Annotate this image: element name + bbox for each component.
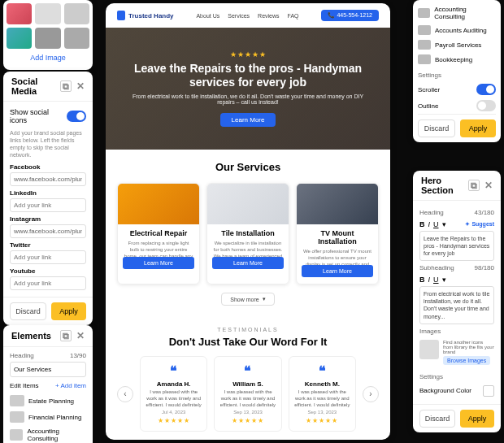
nav-link[interactable]: Services <box>228 13 250 19</box>
heading-label: Heading <box>10 352 34 359</box>
next-arrow-button[interactable]: › <box>363 386 379 402</box>
bold-icon[interactable]: B <box>419 276 425 284</box>
phone-cta-button[interactable]: 📞 445-554-1212 <box>321 10 379 21</box>
image-thumb[interactable] <box>7 3 32 24</box>
list-item[interactable]: Accounting Consulting <box>418 3 496 23</box>
prev-arrow-button[interactable]: ‹ <box>117 386 133 402</box>
copy-icon[interactable]: ⧉ <box>60 330 72 341</box>
testimonial-text: I was pleased with the work as it was ti… <box>219 389 276 407</box>
elements-title: Elements <box>11 331 51 341</box>
discard-button[interactable]: Discard <box>418 119 455 137</box>
image-hint: Find another icons from library the fits… <box>443 340 494 354</box>
settings-label: Settings <box>418 72 496 79</box>
scroller-toggle[interactable] <box>476 84 496 95</box>
testimonial-name: Amanda H. <box>145 380 202 388</box>
twitter-input[interactable] <box>10 250 86 264</box>
list-item-label: Accounting Consulting <box>434 6 496 20</box>
service-card: Electrical RepairFrom replacing a single… <box>117 183 200 284</box>
service-card: TV Mount InstallationWe offer profession… <box>296 183 379 284</box>
learn-more-button[interactable]: Learn More <box>123 257 194 269</box>
bold-icon[interactable]: B <box>419 220 425 228</box>
linkedin-input[interactable] <box>10 198 86 212</box>
chevron-down-icon[interactable]: ▾ <box>442 220 446 228</box>
learn-more-button[interactable]: Learn More <box>302 265 373 277</box>
image-thumb[interactable] <box>419 340 439 359</box>
image-thumb[interactable] <box>35 28 60 49</box>
list-item[interactable]: Payroll Services <box>418 37 496 52</box>
close-icon[interactable]: ✕ <box>76 330 85 341</box>
testimonial-stars: ★★★★★ <box>219 417 276 424</box>
service-image <box>297 184 378 224</box>
list-item[interactable]: Accounts Auditing <box>418 23 496 37</box>
element-item[interactable]: Financial Planning <box>10 409 86 425</box>
images-label: Images <box>419 328 441 335</box>
bg-color-swatch[interactable] <box>483 385 494 397</box>
facebook-input[interactable] <box>10 172 86 186</box>
add-image-button[interactable]: Add Image <box>7 49 89 67</box>
discard-button[interactable]: Discard <box>419 410 455 428</box>
show-more-button[interactable]: Show more▾ <box>221 293 274 306</box>
settings-label: Settings <box>419 373 494 380</box>
show-icons-label: Show social icons <box>10 108 67 124</box>
service-desc: From replacing a single light bulb to re… <box>118 237 199 257</box>
list-item-label: Bookkeeping <box>435 56 472 63</box>
browse-images-button[interactable]: Browse Images <box>443 356 490 365</box>
image-thumb[interactable] <box>35 3 60 24</box>
nav-link[interactable]: About Us <box>196 13 219 19</box>
outline-toggle[interactable] <box>476 100 496 111</box>
list-item[interactable]: Bookkeeping <box>418 52 496 67</box>
testimonial-stars: ★★★★★ <box>145 417 202 424</box>
service-title: TV Mount Installation <box>297 229 378 245</box>
service-card: Tile InstallationWe specialize in tile i… <box>206 183 289 284</box>
heading-input[interactable] <box>10 362 86 377</box>
learn-more-button[interactable]: Learn More <box>212 257 284 269</box>
copy-icon[interactable]: ⧉ <box>60 80 72 92</box>
apply-button[interactable]: Apply <box>51 302 86 320</box>
image-thumb[interactable] <box>64 28 89 49</box>
youtube-label: Youtube <box>10 267 86 275</box>
italic-icon[interactable]: I <box>428 220 431 228</box>
image-thumb[interactable] <box>64 3 89 24</box>
discard-button[interactable]: Discard <box>10 302 46 320</box>
underline-icon[interactable]: U <box>433 276 439 284</box>
testimonial-date: Sep 13, 2023 <box>219 410 276 415</box>
hero-stars: ★★★★★ <box>230 50 267 59</box>
service-title: Electrical Repair <box>118 229 199 237</box>
quote-icon: ❝ <box>145 363 202 379</box>
add-item-button[interactable]: + Add item <box>55 382 86 389</box>
show-icons-toggle[interactable] <box>67 111 86 122</box>
apply-button[interactable]: Apply <box>460 119 496 137</box>
nav-link[interactable]: FAQ <box>288 13 299 19</box>
heading-textarea[interactable]: Leave the Repairs to the pros - Handyman… <box>419 231 494 261</box>
subheading-textarea[interactable]: From electrical work to tile installatio… <box>419 286 494 324</box>
italic-icon[interactable]: I <box>428 276 431 284</box>
close-icon[interactable]: ✕ <box>484 180 493 191</box>
learn-more-button[interactable]: Learn More <box>220 113 276 127</box>
youtube-input[interactable] <box>10 276 86 290</box>
element-item-label: Financial Planning <box>28 414 81 421</box>
close-icon[interactable]: ✕ <box>76 80 85 92</box>
list-item-label: Accounts Auditing <box>435 27 487 34</box>
hero-heading: Leave the Repairs to the pros - Handyman… <box>130 62 366 89</box>
apply-button[interactable]: Apply <box>460 410 494 428</box>
linkedin-label: LinkedIn <box>10 189 86 197</box>
testimonial-text: I was pleased with the work as it was ti… <box>293 389 351 407</box>
image-thumb[interactable] <box>7 28 32 49</box>
element-item[interactable]: Estate Planning <box>10 393 86 409</box>
copy-icon[interactable]: ⧉ <box>468 180 480 191</box>
instagram-input[interactable] <box>10 224 86 238</box>
service-desc: We specialize in tile installation for b… <box>207 237 289 257</box>
element-item-label: Accounting Consulting <box>27 428 86 442</box>
testimonial-card: ❝William S.I was pleased with the work a… <box>214 356 281 432</box>
hero-title: Hero Section <box>421 176 468 195</box>
bg-color-label: Background Color <box>419 387 471 394</box>
nav-link[interactable]: Reviews <box>258 13 279 19</box>
underline-icon[interactable]: U <box>433 220 439 228</box>
testimonial-date: Jul 4, 2023 <box>145 410 202 415</box>
social-title: Social Media <box>11 76 60 96</box>
chevron-down-icon[interactable]: ▾ <box>442 276 446 284</box>
element-item[interactable]: Accounting Consulting <box>10 425 86 443</box>
heading-count: 13/90 <box>70 352 86 359</box>
testimonial-name: Kenneth M. <box>293 380 351 388</box>
suggest-button[interactable]: ✦ Suggest <box>465 221 494 228</box>
